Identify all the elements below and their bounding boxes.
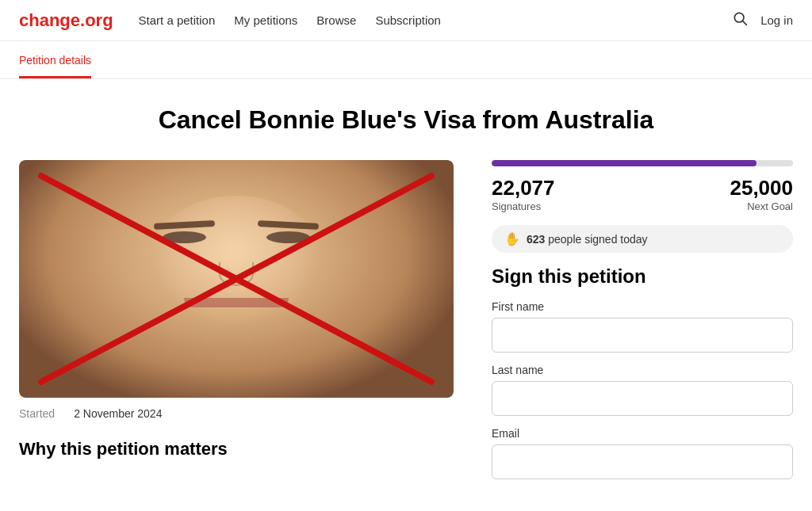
site-logo[interactable]: change.org [19, 10, 113, 31]
site-header: change.org Start a petition My petitions… [0, 0, 812, 41]
last-name-group: Last name [492, 364, 793, 416]
main-content: Cancel Bonnie Blue's Visa from Australia [0, 79, 812, 490]
first-name-label: First name [492, 300, 793, 313]
first-name-group: First name [492, 300, 793, 353]
subnav: Petition details [0, 41, 812, 79]
subnav-petition-details[interactable]: Petition details [19, 41, 91, 78]
signed-today-suffix: people signed today [548, 233, 647, 246]
email-label: Email [492, 427, 793, 440]
nav-start-petition[interactable]: Start a petition [139, 13, 216, 27]
signatures-label: Signatures [492, 200, 555, 212]
petition-image-wrapper [19, 160, 454, 398]
last-name-input[interactable] [492, 381, 793, 416]
last-name-label: Last name [492, 364, 793, 376]
progress-section: 22,077 Signatures 25,000 Next Goal [492, 160, 793, 212]
email-group: Email [492, 427, 793, 479]
sign-petition-title: Sign this petition [492, 265, 793, 288]
signatures-row: 22,077 Signatures 25,000 Next Goal [492, 176, 793, 212]
goal-label: Next Goal [730, 200, 793, 212]
goal-signatures: 25,000 Next Goal [730, 176, 793, 212]
first-name-input[interactable] [492, 318, 793, 353]
main-nav: Start a petition My petitions Browse Sub… [139, 13, 733, 27]
left-column: Started 2 November 2024 Why this petitio… [19, 160, 454, 490]
nav-my-petitions[interactable]: My petitions [234, 13, 297, 27]
started-date: 2 November 2024 [74, 407, 162, 420]
hand-icon: ✋ [504, 231, 520, 246]
login-button[interactable]: Log in [760, 13, 793, 27]
progress-bar-fill [492, 160, 756, 166]
red-x-overlay [19, 160, 454, 398]
right-column: 22,077 Signatures 25,000 Next Goal ✋ 623… [492, 160, 793, 490]
svg-line-1 [743, 21, 747, 25]
started-label: Started [19, 407, 55, 420]
header-actions: Log in [732, 10, 793, 30]
progress-bar-track [492, 160, 793, 166]
petition-image [19, 160, 454, 398]
nav-subscription[interactable]: Subscription [375, 13, 441, 27]
petition-title: Cancel Bonnie Blue's Visa from Australia [19, 105, 793, 135]
signed-today-count: 623 [527, 233, 545, 246]
search-button[interactable] [732, 10, 748, 30]
signed-today-badge: ✋ 623 people signed today [492, 225, 793, 253]
content-grid: Started 2 November 2024 Why this petitio… [19, 160, 793, 490]
nav-browse[interactable]: Browse [316, 13, 356, 27]
started-row: Started 2 November 2024 [19, 407, 454, 420]
signed-today-text: 623 people signed today [527, 233, 648, 246]
goal-count: 25,000 [730, 176, 793, 200]
why-matters-heading: Why this petition matters [19, 439, 454, 460]
current-signatures: 22,077 Signatures [492, 176, 555, 212]
email-input[interactable] [492, 444, 793, 479]
signature-count: 22,077 [492, 176, 555, 200]
